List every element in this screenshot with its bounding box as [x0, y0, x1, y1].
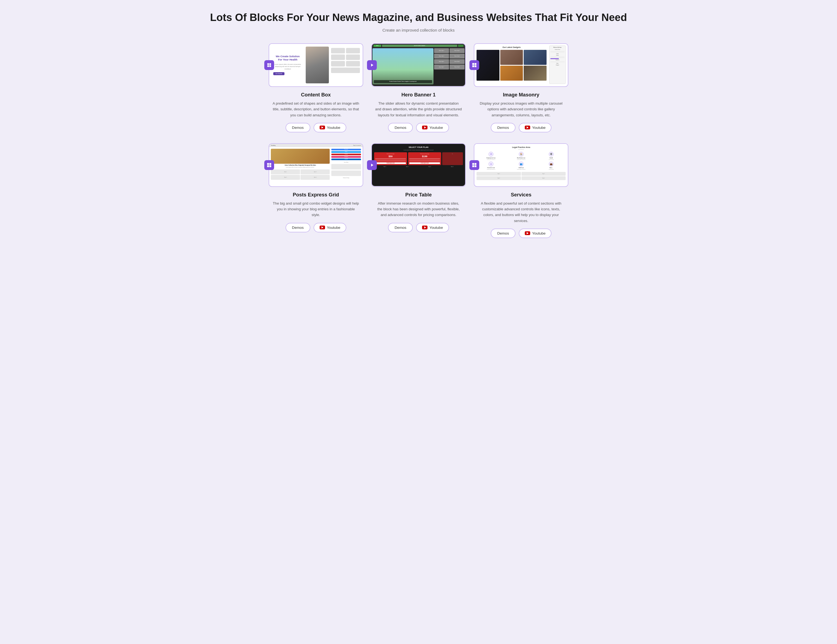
card-price-table: SELECT YOUR PLAN Lorem ipsum dolor sit a… — [371, 143, 466, 238]
card-services: Legal Practice Area Our Services ⚖ Emplo… — [474, 143, 568, 238]
card-hero-banner: NEWS ADVERTISEMENT BANNER Fortnite Summe… — [371, 43, 466, 133]
preview-inner-services: Legal Practice Area Our Services ⚖ Emplo… — [474, 144, 568, 186]
card-actions-content-box: Demos Youtube — [286, 123, 346, 133]
youtube-icon-services — [525, 231, 530, 235]
preview-inner-price-table: SELECT YOUR PLAN Lorem ipsum dolor sit a… — [372, 144, 465, 186]
demos-button-services[interactable]: Demos — [491, 229, 515, 238]
card-preview-hero-banner: NEWS ADVERTISEMENT BANNER Fortnite Summe… — [371, 43, 466, 87]
svg-marker-4 — [371, 64, 373, 67]
svg-marker-13 — [371, 164, 373, 167]
card-icon-services — [469, 160, 479, 170]
card-icon-hero-banner — [367, 60, 377, 70]
svg-rect-7 — [473, 66, 474, 67]
card-actions-posts-express-grid: Demos Youtube — [286, 223, 346, 233]
preview-inner-content-box: We Create SolutionFor Your Health Lorem … — [269, 44, 363, 86]
card-title-posts-express-grid: Posts Express Grid — [293, 192, 339, 198]
card-title-hero-banner: Hero Banner 1 — [401, 92, 436, 98]
youtube-icon-price-table — [422, 226, 427, 229]
page-title: Lots Of Blocks For Your News Magazine, a… — [5, 11, 832, 24]
card-actions-hero-banner: Demos Youtube — [388, 123, 449, 133]
page-header: Lots Of Blocks For Your News Magazine, a… — [5, 11, 832, 33]
svg-rect-15 — [474, 163, 476, 165]
card-preview-services: Legal Practice Area Our Services ⚖ Emplo… — [474, 143, 568, 187]
preview-inner-posts-express-grid: Trending Stay Connected Astro Collection… — [269, 144, 363, 186]
demos-button-posts-express-grid[interactable]: Demos — [286, 223, 310, 233]
svg-rect-16 — [473, 166, 474, 167]
card-desc-posts-express-grid: The big and small grid combo widget desi… — [272, 200, 359, 218]
youtube-icon-content-box — [320, 126, 325, 129]
card-title-price-table: Price Table — [405, 192, 432, 198]
svg-rect-6 — [474, 63, 476, 65]
cards-grid: We Create SolutionFor Your Health Lorem … — [269, 43, 568, 238]
svg-rect-9 — [267, 163, 269, 165]
preview-inner-image-masonry: Our Latest Gadgets Masonry Settings Colu… — [474, 44, 568, 86]
youtube-button-image-masonry[interactable]: Youtube — [519, 123, 551, 133]
youtube-button-content-box[interactable]: Youtube — [313, 123, 346, 133]
svg-rect-17 — [474, 166, 476, 167]
youtube-button-posts-express-grid[interactable]: Youtube — [313, 223, 346, 233]
card-title-services: Services — [511, 192, 532, 198]
card-preview-price-table: SELECT YOUR PLAN Lorem ipsum dolor sit a… — [371, 143, 466, 187]
svg-rect-14 — [473, 163, 474, 165]
page-subtitle: Create an improved collection of blocks — [5, 28, 832, 33]
card-content-box: We Create SolutionFor Your Health Lorem … — [269, 43, 363, 133]
card-icon-posts-express-grid — [264, 160, 274, 170]
preview-inner-hero-banner: NEWS ADVERTISEMENT BANNER Fortnite Summe… — [372, 44, 465, 86]
card-actions-image-masonry: Demos Youtube — [491, 123, 551, 133]
svg-rect-5 — [473, 63, 474, 65]
card-preview-image-masonry: Our Latest Gadgets Masonry Settings Colu… — [474, 43, 568, 87]
demos-button-image-masonry[interactable]: Demos — [491, 123, 515, 133]
youtube-icon-image-masonry — [525, 126, 530, 129]
demos-button-hero-banner[interactable]: Demos — [388, 123, 413, 133]
youtube-icon-posts-express-grid — [320, 226, 325, 229]
card-desc-image-masonry: Display your precious images with multip… — [478, 100, 565, 118]
youtube-button-hero-banner[interactable]: Youtube — [416, 123, 449, 133]
youtube-icon-hero-banner — [422, 126, 427, 129]
svg-rect-8 — [474, 66, 476, 67]
svg-rect-1 — [269, 63, 271, 65]
svg-rect-3 — [269, 66, 271, 67]
svg-rect-0 — [267, 63, 269, 65]
svg-rect-12 — [269, 166, 271, 167]
svg-rect-2 — [267, 66, 269, 67]
card-icon-image-masonry — [469, 60, 479, 70]
card-desc-content-box: A predefined set of shapes and sides of … — [272, 100, 359, 118]
card-icon-price-table — [367, 160, 377, 170]
demos-button-price-table[interactable]: Demos — [388, 223, 413, 233]
card-title-content-box: Content Box — [301, 92, 331, 98]
card-preview-content-box: We Create SolutionFor Your Health Lorem … — [269, 43, 363, 87]
svg-rect-10 — [269, 163, 271, 165]
card-icon-content-box — [264, 60, 274, 70]
svg-rect-11 — [267, 166, 269, 167]
card-desc-hero-banner: The slider allows for dynamic content pr… — [375, 100, 462, 118]
youtube-button-services[interactable]: Youtube — [519, 229, 551, 238]
card-posts-express-grid: Trending Stay Connected Astro Collection… — [269, 143, 363, 238]
youtube-button-price-table[interactable]: Youtube — [416, 223, 449, 233]
card-desc-services: A flexible and powerful set of content s… — [478, 200, 565, 224]
card-title-image-masonry: Image Masonry — [503, 92, 540, 98]
demos-button-content-box[interactable]: Demos — [286, 123, 310, 133]
card-actions-price-table: Demos Youtube — [388, 223, 449, 233]
card-actions-services: Demos Youtube — [491, 229, 551, 238]
card-preview-posts-express-grid: Trending Stay Connected Astro Collection… — [269, 143, 363, 187]
card-desc-price-table: After immense research on modern busines… — [375, 200, 462, 218]
card-image-masonry: Our Latest Gadgets Masonry Settings Colu… — [474, 43, 568, 133]
